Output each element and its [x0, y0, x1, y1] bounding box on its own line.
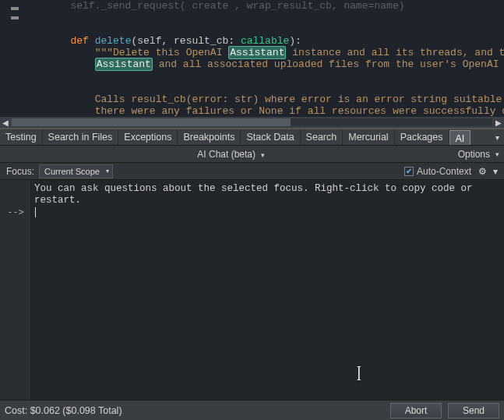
- ai-options-label: Options: [458, 149, 490, 160]
- chevron-down-icon: ▾: [106, 168, 109, 175]
- ai-hint-line: You can ask questions about the selected…: [34, 183, 499, 195]
- ai-title-dropdown-icon[interactable]: ▾: [261, 151, 265, 159]
- fold-marker[interactable]: [11, 16, 19, 19]
- auto-context-toggle[interactable]: ✔ Auto-Context: [404, 166, 471, 177]
- tab-stack-data[interactable]: Stack Data: [241, 129, 300, 145]
- focus-scope-dropdown[interactable]: Current Scope ▾: [39, 164, 113, 178]
- ai-chat-input[interactable]: You can ask questions about the selected…: [30, 180, 504, 400]
- tabs-overflow-icon[interactable]: ▾: [490, 129, 504, 145]
- mouse-ibeam-cursor-icon: I: [357, 367, 361, 379]
- scroll-right-arrow-icon[interactable]: ▶: [493, 117, 504, 128]
- code-editor-pane[interactable]: self._send_request( create , wrap_result…: [0, 0, 504, 129]
- send-button[interactable]: Send: [448, 403, 499, 418]
- tab-breakpoints[interactable]: Breakpoints: [178, 129, 241, 145]
- ai-focus-bar: Focus: Current Scope ▾ ✔ Auto-Context ⚙ …: [0, 163, 504, 180]
- chevron-down-icon: ▾: [495, 150, 499, 158]
- ai-hint-line: restart.: [34, 195, 499, 206]
- horizontal-scrollbar[interactable]: ◀ ▶: [0, 117, 504, 128]
- editor-gutter: [0, 0, 22, 117]
- code-viewport[interactable]: self._send_request( create , wrap_result…: [22, 0, 504, 117]
- bottom-tabs: TestingSearch in FilesExceptionsBreakpoi…: [0, 129, 504, 146]
- ai-panel-footer: Cost: $0.062 ($0.098 Total) Abort Send: [0, 400, 504, 420]
- text-cursor: [35, 207, 36, 217]
- ai-options-menu[interactable]: Options ▾: [458, 149, 499, 160]
- tabs-spacer: [471, 129, 490, 145]
- ai-panel-title: AI Chat (beta) ▾: [5, 149, 458, 160]
- tab-packages[interactable]: Packages: [395, 129, 449, 145]
- ai-chat-body: --> You can ask questions about the sele…: [0, 180, 504, 400]
- scrollbar-track[interactable]: [12, 118, 492, 126]
- ai-panel: AI Chat (beta) ▾ Options ▾ Focus: Curren…: [0, 146, 504, 420]
- focus-scope-value: Current Scope: [44, 167, 100, 176]
- tab-search-in-files[interactable]: Search in Files: [43, 129, 119, 145]
- abort-button[interactable]: Abort: [390, 403, 442, 418]
- scroll-left-arrow-icon[interactable]: ◀: [0, 117, 11, 128]
- tab-testing[interactable]: Testing: [0, 129, 43, 145]
- auto-context-label: Auto-Context: [417, 166, 471, 177]
- tab-mercurial[interactable]: Mercurial: [343, 129, 394, 145]
- prompt-marker: -->: [0, 206, 29, 218]
- focus-label: Focus:: [6, 166, 34, 177]
- ai-title-text: AI Chat (beta): [197, 149, 256, 160]
- scrollbar-thumb[interactable]: [12, 118, 291, 126]
- tab-search[interactable]: Search: [301, 129, 344, 145]
- fold-marker[interactable]: [11, 7, 19, 10]
- settings-dropdown-icon[interactable]: ▾: [493, 166, 498, 177]
- tab-exceptions[interactable]: Exceptions: [118, 129, 178, 145]
- ai-cost-display: Cost: $0.062 ($0.098 Total): [5, 405, 386, 416]
- ai-chat-gutter: -->: [0, 180, 30, 400]
- settings-button[interactable]: ⚙: [476, 165, 488, 178]
- tab-ai[interactable]: AI: [449, 130, 471, 145]
- auto-context-checkbox[interactable]: ✔: [404, 167, 414, 176]
- ai-input-line[interactable]: [34, 206, 499, 218]
- ai-panel-header: AI Chat (beta) ▾ Options ▾: [0, 146, 504, 163]
- gear-icon: ⚙: [478, 166, 487, 177]
